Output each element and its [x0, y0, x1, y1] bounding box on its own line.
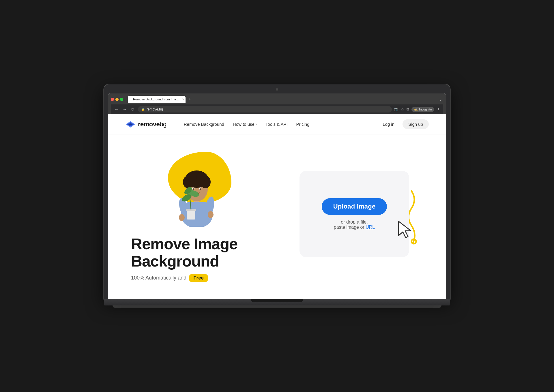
upload-image-button[interactable]: Upload Image: [322, 198, 387, 215]
nav-tools-api[interactable]: Tools & API: [263, 120, 291, 128]
active-tab[interactable]: Remove Background from Ima… ✕: [128, 96, 186, 103]
nav-right-area: Log in Sign up: [378, 119, 429, 129]
window-collapse-icon[interactable]: ⌄: [439, 97, 443, 102]
hero-right: Upload Image or drop a file, paste image…: [286, 171, 423, 257]
svg-point-18: [179, 214, 185, 221]
camera: [276, 88, 278, 91]
svg-point-14: [193, 188, 194, 190]
browser-chrome: Remove Background from Ima… ✕ + ⌄ ← → ↻ …: [108, 93, 446, 114]
tab-close-icon[interactable]: ✕: [182, 98, 184, 101]
hero-title: Remove Image Background: [131, 235, 268, 270]
minimize-button[interactable]: [115, 98, 119, 101]
tab-bar: Remove Background from Ima… ✕ +: [128, 96, 437, 103]
new-tab-button[interactable]: +: [187, 97, 193, 102]
nav-remove-background[interactable]: Remove Background: [181, 120, 227, 128]
upload-card[interactable]: Upload Image or drop a file, paste image…: [300, 171, 409, 257]
url-text: remove.bg: [147, 107, 163, 111]
incognito-label: Incognito: [419, 108, 432, 111]
cursor-icon: [397, 220, 414, 240]
page-content: removebg Remove Background How to use ▾ …: [108, 114, 446, 299]
incognito-icon: 🕵: [414, 108, 418, 111]
tab-title: Remove Background from Ima…: [133, 97, 179, 101]
hero-person-image: [171, 157, 223, 227]
logo-text: removebg: [138, 121, 166, 128]
logo-icon: [125, 121, 136, 128]
lock-icon: 🔒: [141, 108, 145, 111]
svg-marker-26: [398, 221, 411, 238]
nav-pricing[interactable]: Pricing: [293, 120, 312, 128]
svg-point-10: [188, 172, 197, 182]
maximize-button[interactable]: [120, 98, 123, 101]
laptop-shell: Remove Background from Ima… ✕ + ⌄ ← → ↻ …: [104, 84, 450, 308]
nav-links: Remove Background How to use ▾ Tools & A…: [181, 120, 369, 128]
laptop-base: [104, 299, 450, 305]
forward-button[interactable]: →: [122, 106, 128, 112]
laptop-bottom: [113, 305, 441, 308]
tab-view-icon[interactable]: ⧉: [407, 107, 409, 112]
svg-point-19: [208, 211, 214, 218]
login-button[interactable]: Log in: [378, 119, 399, 129]
nav-how-to-use[interactable]: How to use ▾: [230, 120, 260, 128]
chrome-menu-icon[interactable]: ⋮: [437, 107, 440, 112]
hero-image-area: [159, 146, 240, 227]
traffic-lights: [111, 98, 123, 101]
signup-button[interactable]: Sign up: [403, 119, 429, 129]
hero-section: Remove Image Background 100% Automatical…: [108, 134, 446, 299]
camera-off-icon: 📷: [394, 107, 398, 111]
url-link[interactable]: URL: [366, 225, 375, 230]
hero-text: Remove Image Background 100% Automatical…: [131, 235, 268, 282]
back-button[interactable]: ←: [114, 106, 119, 112]
chrome-right-controls: 📷 ☆ ⧉ 🕵 Incognito ⋮: [394, 107, 440, 112]
incognito-badge: 🕵 Incognito: [411, 107, 434, 112]
how-to-use-chevron-icon: ▾: [255, 123, 257, 126]
close-button[interactable]: [111, 98, 114, 101]
site-navigation: removebg Remove Background How to use ▾ …: [108, 114, 446, 134]
free-badge: Free: [189, 274, 208, 282]
reload-button[interactable]: ↻: [130, 106, 136, 112]
hero-left: Remove Image Background 100% Automatical…: [131, 146, 268, 282]
bookmark-icon[interactable]: ☆: [401, 107, 404, 112]
laptop-hinge: [251, 299, 303, 302]
upload-subtext: or drop a file, paste image or URL: [334, 220, 375, 230]
site-logo[interactable]: removebg: [125, 121, 166, 128]
address-bar[interactable]: 🔒 remove.bg: [138, 106, 392, 112]
browser-window: Remove Background from Ima… ✕ + ⌄ ← → ↻ …: [108, 93, 446, 299]
svg-point-11: [197, 172, 205, 182]
hero-subtitle: 100% Automatically and Free: [131, 274, 268, 282]
svg-point-15: [200, 188, 201, 190]
screen-bezel: Remove Background from Ima… ✕ + ⌄ ← → ↻ …: [104, 84, 450, 299]
